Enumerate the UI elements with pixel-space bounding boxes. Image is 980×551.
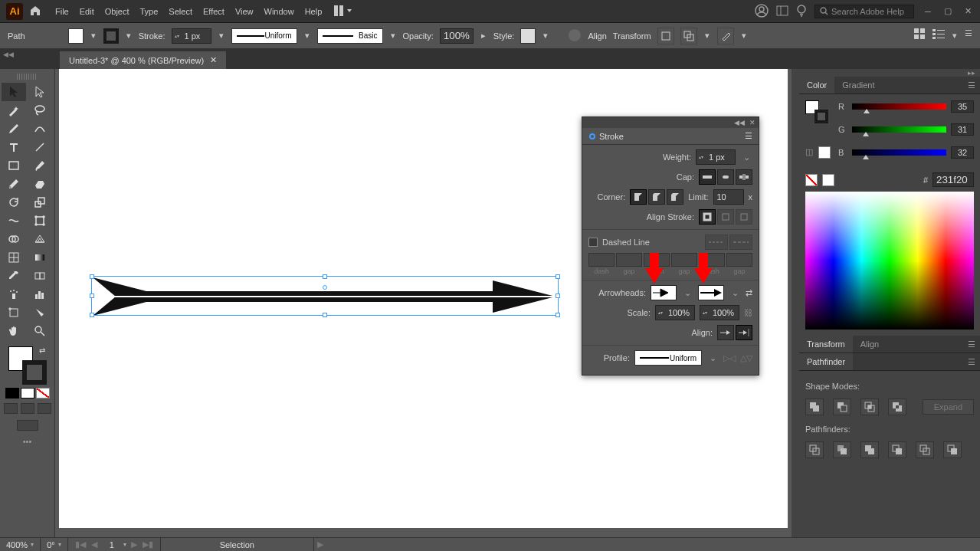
color-mode-icon[interactable]	[5, 388, 19, 398]
out-of-gamut-icon[interactable]	[818, 146, 831, 159]
color-panel-menu-icon[interactable]: ☰	[963, 80, 980, 90]
align-arrow-extend-icon[interactable]	[717, 325, 734, 340]
clip-dropdown[interactable]: ▾	[703, 28, 711, 44]
artboard-tool[interactable]	[2, 303, 26, 322]
arrowhead-start-select[interactable]	[651, 285, 677, 300]
unite-icon[interactable]	[805, 398, 824, 415]
transform-link[interactable]: Transform	[613, 31, 651, 41]
panels-collapse-icon[interactable]: ▸▸	[799, 69, 980, 77]
stroke-panel-menu-icon[interactable]: ☰	[745, 131, 752, 141]
scale-start-stepper[interactable]: ▴▾	[655, 305, 695, 320]
g-slider[interactable]	[852, 126, 946, 133]
align-stroke-outside-icon[interactable]	[736, 209, 752, 225]
pencil-tool[interactable]	[2, 175, 26, 193]
grid-icon[interactable]	[914, 28, 926, 44]
menu-edit[interactable]: Edit	[80, 7, 94, 16]
align-arrow-tip-icon[interactable]	[736, 325, 752, 340]
white-swatch[interactable]	[822, 174, 834, 186]
transform-panel-menu-icon[interactable]: ☰	[963, 339, 980, 349]
gradient-tool[interactable]	[28, 248, 52, 267]
r-slider[interactable]	[852, 103, 946, 110]
magic-wand-tool[interactable]	[2, 101, 26, 120]
rotate-tool[interactable]	[2, 193, 26, 212]
document-tab[interactable]: Untitled-3* @ 400 % (RGB/Preview) ✕	[60, 51, 226, 69]
b-value[interactable]: 32	[951, 146, 974, 159]
menu-type[interactable]: Type	[140, 7, 159, 16]
menu-object[interactable]: Object	[105, 7, 129, 16]
mesh-tool[interactable]	[2, 248, 26, 267]
canvas[interactable]: ◀◀ ✕ Stroke ☰ Weight: ▴▾ ⌄ Cap:	[55, 69, 792, 537]
minimize-button[interactable]: ─	[922, 7, 934, 16]
pen-tool[interactable]	[2, 120, 26, 138]
last-artboard-icon[interactable]: ▶▮	[142, 540, 154, 549]
b-slider[interactable]	[852, 149, 946, 156]
slice-tool[interactable]	[28, 303, 52, 322]
right-collapse-bar[interactable]	[792, 69, 799, 537]
expand-button[interactable]: Expand	[923, 399, 974, 415]
eyedropper-tool[interactable]	[2, 267, 26, 285]
fill-swatch[interactable]	[68, 28, 84, 44]
corner-miter-icon[interactable]	[630, 189, 647, 205]
dashed-line-checkbox[interactable]: Dashed Line	[588, 236, 650, 248]
sel-handle-bl[interactable]	[90, 313, 94, 317]
exclude-icon[interactable]	[888, 398, 906, 415]
menu-file[interactable]: File	[55, 7, 69, 16]
menu-window[interactable]: Window	[264, 7, 294, 16]
stroke-panel-tab[interactable]: Stroke ☰	[582, 128, 759, 145]
eraser-tool[interactable]	[28, 175, 52, 193]
stroke-weight-stepper[interactable]: ▴▾	[172, 28, 211, 44]
swap-arrowheads-icon[interactable]: ⇄	[746, 288, 752, 298]
symbol-sprayer-tool[interactable]	[2, 285, 26, 303]
prev-artboard-icon[interactable]: ◀	[88, 540, 100, 549]
none-swatch[interactable]	[805, 174, 818, 186]
edit-dropdown[interactable]: ▾	[740, 28, 748, 44]
transform-tab[interactable]: Transform	[799, 336, 853, 353]
shape-builder-tool[interactable]	[2, 230, 26, 248]
rotate-view[interactable]: 0°▾	[41, 538, 68, 551]
dash-align-icon[interactable]	[729, 235, 752, 250]
collapse-tools[interactable]: ◀◀	[3, 51, 14, 58]
search-input[interactable]: Search Adobe Help	[814, 5, 914, 18]
screen-mode-icon[interactable]	[17, 420, 38, 431]
user-icon[interactable]	[755, 4, 769, 19]
none-mode-icon[interactable]	[36, 388, 50, 398]
status-play-icon[interactable]: ▶	[314, 540, 326, 549]
clip-button[interactable]	[680, 28, 697, 44]
zoom-level[interactable]: 400%▾	[0, 538, 41, 551]
trim-icon[interactable]	[833, 441, 851, 458]
direct-selection-tool[interactable]	[28, 83, 52, 101]
menu-effect[interactable]: Effect	[203, 7, 225, 16]
recolor-icon[interactable]	[568, 28, 582, 44]
first-artboard-icon[interactable]: ▮◀	[74, 540, 87, 549]
gradient-mode-icon[interactable]	[21, 388, 34, 398]
workspace-switcher[interactable]	[334, 5, 352, 18]
isolate-button[interactable]	[657, 28, 674, 44]
minus-front-icon[interactable]	[833, 398, 851, 415]
sel-handle-tl[interactable]	[90, 274, 94, 279]
profile-panel-dropdown[interactable]: ⌄	[706, 353, 719, 363]
arrange-icon[interactable]	[776, 5, 788, 18]
menu-view[interactable]: View	[235, 7, 254, 16]
brush-dropdown[interactable]: ▾	[389, 28, 397, 44]
edit-toolbar-icon[interactable]: •••	[2, 437, 53, 446]
stroke-square[interactable]	[22, 360, 47, 385]
swap-fill-stroke-icon[interactable]: ⇄	[39, 346, 45, 355]
flip-along-icon[interactable]: ▷◁	[723, 353, 736, 363]
close-button[interactable]: ✕	[962, 7, 974, 16]
cube-icon[interactable]: ◫	[805, 147, 813, 156]
link-scale-icon[interactable]: ⛓	[744, 308, 752, 317]
artboard-dropdown[interactable]: ▾	[123, 541, 126, 548]
cap-round-icon[interactable]	[717, 169, 734, 185]
perspective-tool[interactable]	[28, 230, 52, 248]
hand-tool[interactable]	[2, 322, 26, 340]
panel-menu-icon[interactable]: ☰	[965, 28, 972, 44]
sel-handle-br[interactable]	[556, 313, 560, 317]
fill-dropdown[interactable]: ▾	[90, 28, 97, 44]
scale-tool[interactable]	[28, 193, 52, 212]
menu-help[interactable]: Help	[305, 7, 323, 16]
stroke-swatch[interactable]	[103, 28, 119, 44]
dash-preserve-icon[interactable]	[705, 235, 728, 250]
corner-round-icon[interactable]	[648, 189, 665, 205]
column-graph-tool[interactable]	[28, 285, 52, 303]
zoom-tool[interactable]	[28, 322, 52, 340]
